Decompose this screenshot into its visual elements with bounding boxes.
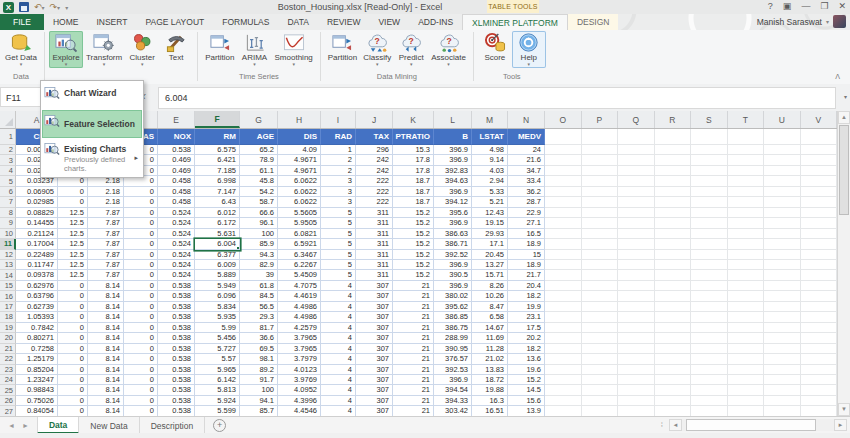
cell[interactable] (655, 229, 692, 239)
cell[interactable]: 394.12 (434, 197, 472, 207)
cell[interactable]: 12.5 (58, 270, 88, 280)
cell[interactable]: 307 (356, 312, 393, 322)
cell[interactable]: 6.0821 (278, 229, 321, 239)
cell[interactable]: 8.14 (88, 333, 124, 343)
column-header-P[interactable]: P (582, 111, 619, 128)
cell[interactable]: 307 (356, 354, 393, 364)
cell[interactable] (545, 375, 582, 385)
cell[interactable]: 0 (124, 396, 158, 406)
cell[interactable] (545, 270, 582, 280)
cell[interactable]: 311 (356, 250, 393, 260)
cell[interactable]: 94.3 (240, 250, 278, 260)
cell[interactable]: 0.524 (158, 229, 195, 239)
cell[interactable]: 22.9 (508, 208, 545, 218)
help-icon[interactable]: ? (768, 1, 773, 11)
ribbon-button-help[interactable]: Help▾ (512, 31, 546, 68)
cell[interactable] (618, 229, 655, 239)
cell[interactable]: DIS (278, 129, 321, 145)
cell[interactable]: 396.9 (434, 187, 472, 197)
cell[interactable]: 18.2 (508, 291, 545, 301)
cell[interactable]: 61.1 (240, 166, 278, 176)
cell[interactable] (728, 385, 765, 395)
cell[interactable] (545, 333, 582, 343)
cell[interactable] (582, 270, 619, 280)
cell[interactable]: 307 (356, 333, 393, 343)
cell[interactable]: 0.524 (158, 270, 195, 280)
cell[interactable]: 0.75026 (16, 396, 58, 406)
cell[interactable]: 3.7965 (278, 344, 321, 354)
cell[interactable]: 17.5 (508, 323, 545, 333)
cell[interactable]: 5 (321, 208, 356, 218)
cell[interactable] (801, 406, 838, 416)
cell[interactable] (655, 166, 692, 176)
ribbon-tab-home[interactable]: HOME (44, 14, 88, 30)
cell[interactable]: 21 (393, 396, 434, 406)
cell[interactable]: 0 (124, 281, 158, 291)
cell[interactable] (764, 229, 801, 239)
cell[interactable]: 0.469 (158, 166, 195, 176)
cell[interactable]: 4.09 (278, 145, 321, 155)
cell[interactable]: 222 (356, 176, 393, 186)
cell[interactable] (655, 239, 692, 249)
column-header-G[interactable]: G (240, 111, 278, 128)
cell[interactable]: 21.02 (472, 354, 508, 364)
cell[interactable] (545, 176, 582, 186)
cell[interactable]: 395.6 (434, 208, 472, 218)
cell[interactable]: 5.57 (195, 354, 240, 364)
cell[interactable] (691, 229, 728, 239)
cell[interactable] (655, 145, 692, 155)
cell[interactable] (691, 260, 728, 270)
cell[interactable]: 0.538 (158, 323, 195, 333)
cell[interactable]: 34.7 (508, 166, 545, 176)
row-header-20[interactable]: 20 (0, 333, 16, 343)
cell[interactable]: 4 (321, 333, 356, 343)
cell[interactable]: 4.4619 (278, 291, 321, 301)
cell[interactable] (582, 365, 619, 375)
cell[interactable]: RM (195, 129, 240, 145)
cell[interactable] (691, 129, 728, 145)
cell[interactable]: 21 (393, 385, 434, 395)
cell[interactable]: 5.935 (195, 312, 240, 322)
cell[interactable]: 0.85204 (16, 365, 58, 375)
row-header-27[interactable]: 27 (0, 406, 16, 416)
cell[interactable]: 7.87 (88, 250, 124, 260)
row-header-15[interactable]: 15 (0, 281, 16, 291)
cell[interactable] (545, 260, 582, 270)
cell[interactable]: 6.0622 (278, 197, 321, 207)
row-header-7[interactable]: 7 (0, 197, 16, 207)
ribbon-button-explore[interactable]: Explore▾ (49, 31, 83, 68)
cell[interactable]: 7.147 (195, 187, 240, 197)
cell[interactable]: 0.22489 (16, 250, 58, 260)
cell[interactable] (582, 145, 619, 155)
cell[interactable]: 21 (393, 281, 434, 291)
redo-icon[interactable]: ↷▾ (50, 2, 61, 13)
customize-qat-icon[interactable]: ▾ (65, 4, 68, 11)
cell[interactable] (691, 155, 728, 165)
sheet-tab-data[interactable]: Data (37, 417, 79, 434)
cell[interactable]: 5.5605 (278, 208, 321, 218)
cell[interactable]: 396.9 (434, 218, 472, 228)
cell[interactable]: 16.3 (472, 396, 508, 406)
cell[interactable] (545, 302, 582, 312)
scroll-right-icon[interactable]: ► (834, 419, 847, 431)
cell[interactable]: 0.538 (158, 365, 195, 375)
cell[interactable] (691, 312, 728, 322)
cell[interactable] (655, 291, 692, 301)
cell[interactable]: 15.71 (472, 270, 508, 280)
cell[interactable]: 5.33 (472, 187, 508, 197)
cell[interactable] (764, 155, 801, 165)
cell[interactable]: 0 (124, 187, 158, 197)
cell[interactable] (655, 396, 692, 406)
cell[interactable]: 3 (321, 176, 356, 186)
cell[interactable]: 7.87 (88, 218, 124, 228)
cell[interactable]: 3.7965 (278, 333, 321, 343)
cell[interactable] (728, 145, 765, 155)
cell[interactable] (582, 396, 619, 406)
cell[interactable]: LSTAT (472, 129, 508, 145)
cell[interactable]: 386.63 (434, 229, 472, 239)
cell[interactable]: 10.26 (472, 291, 508, 301)
cell[interactable]: 395.62 (434, 302, 472, 312)
cell[interactable]: 21 (393, 291, 434, 301)
row-header-6[interactable]: 6 (0, 187, 16, 197)
cell[interactable] (764, 239, 801, 249)
